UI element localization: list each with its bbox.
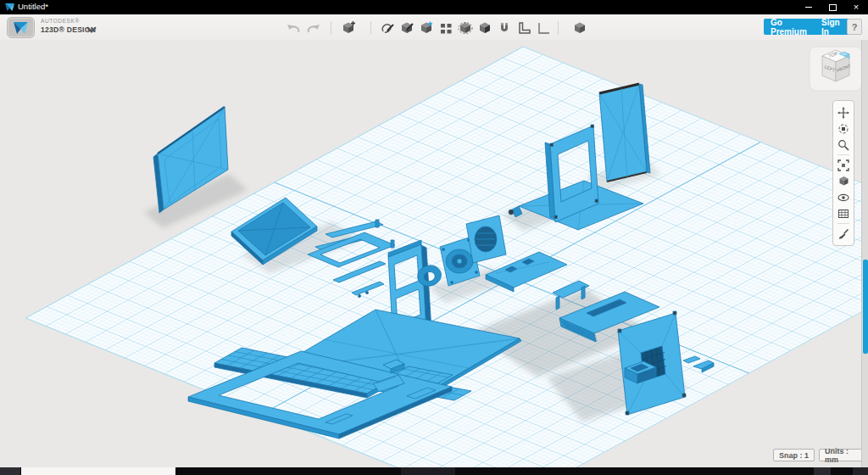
part-tall-panel-right[interactable]	[599, 84, 650, 182]
app-logo-icon	[5, 3, 14, 12]
pattern-icon	[438, 20, 453, 36]
redo-button[interactable]	[305, 20, 322, 36]
measure-angle-button[interactable]	[535, 20, 552, 36]
snap-magnet-icon	[497, 20, 512, 36]
modify-icon	[419, 20, 434, 36]
close-button[interactable]: ×	[844, 0, 868, 14]
snap-button[interactable]	[496, 20, 513, 36]
snap-setting[interactable]: Snap : 1	[773, 449, 815, 461]
pattern-button[interactable]	[437, 20, 454, 36]
titlebar: Untitled* ×	[0, 0, 868, 14]
minimize-button[interactable]	[797, 0, 821, 14]
view-cube[interactable]: TOP LEFT FRONT	[809, 46, 863, 93]
scene-svg	[0, 40, 868, 467]
sketch-icon	[380, 20, 395, 36]
paintbrush-icon	[837, 228, 849, 240]
zoom-magnifier-icon	[837, 139, 849, 151]
modify-button[interactable]	[418, 20, 435, 36]
toolbar-separator	[558, 21, 559, 35]
visibility-button[interactable]	[833, 189, 854, 205]
brand-autodesk: AUTODESK®	[41, 19, 96, 25]
eye-icon	[837, 192, 849, 204]
construct-button[interactable]	[398, 20, 415, 36]
combine-button[interactable]	[476, 20, 493, 36]
navigation-palette	[832, 100, 854, 246]
brand-logo-icon[interactable]	[7, 17, 35, 38]
app-window: Untitled* × AUTODESK® 123D® DESIGN	[0, 0, 868, 475]
main-toolbar: AUTODESK® 123D® DESIGN	[0, 14, 868, 41]
sketch-button[interactable]	[379, 20, 396, 36]
construct-icon	[399, 20, 415, 36]
os-taskbar[interactable]	[0, 467, 868, 475]
window-title: Untitled*	[18, 2, 48, 11]
redo-icon	[306, 21, 321, 35]
measure-ruler-icon	[516, 20, 531, 36]
palette-divider	[837, 223, 849, 224]
grouping-icon	[458, 20, 473, 36]
fit-view-button[interactable]	[833, 157, 854, 173]
shaded-view-icon	[837, 175, 850, 187]
grid-icon	[837, 208, 849, 220]
scrollbar-thumb[interactable]	[863, 260, 868, 354]
grid-settings-button[interactable]	[833, 205, 854, 221]
zoom-button[interactable]	[833, 137, 854, 153]
maximize-button[interactable]	[821, 0, 844, 14]
orbit-button[interactable]	[833, 120, 854, 137]
toolbar-separator	[331, 21, 331, 35]
measure-button[interactable]	[515, 20, 532, 36]
pan-icon	[837, 107, 849, 119]
angle-icon	[536, 20, 551, 36]
shaded-view-button[interactable]	[833, 173, 854, 189]
vertical-scrollbar[interactable]	[861, 40, 868, 467]
3d-print-button[interactable]	[571, 20, 588, 36]
primitives-button[interactable]	[340, 20, 357, 36]
palette-divider	[837, 154, 849, 155]
taskbar-segment[interactable]	[0, 467, 20, 475]
fit-view-icon	[837, 159, 849, 171]
primitives-icon	[341, 20, 356, 36]
3d-print-icon	[572, 20, 587, 36]
minimize-icon	[805, 7, 812, 8]
material-button[interactable]	[833, 226, 854, 242]
viewport-3d-canvas[interactable]: TOP LEFT FRONT	[0, 40, 868, 467]
close-icon: ×	[854, 3, 859, 12]
orbit-icon	[837, 123, 849, 135]
pan-button[interactable]	[833, 104, 854, 120]
part-speaker-panel[interactable]	[466, 215, 506, 263]
combine-icon	[477, 20, 492, 36]
taskbar-active-app[interactable]	[21, 467, 175, 475]
undo-icon	[286, 21, 301, 35]
taskbar-segment[interactable]	[853, 467, 868, 475]
taskbar-segment[interactable]	[401, 467, 455, 475]
undo-button[interactable]	[285, 20, 302, 36]
help-button[interactable]: ?	[847, 19, 862, 35]
grouping-button[interactable]	[457, 20, 474, 36]
toolbar-separator	[370, 21, 371, 35]
taskbar-segment[interactable]	[814, 467, 831, 475]
maximize-icon	[829, 4, 837, 11]
